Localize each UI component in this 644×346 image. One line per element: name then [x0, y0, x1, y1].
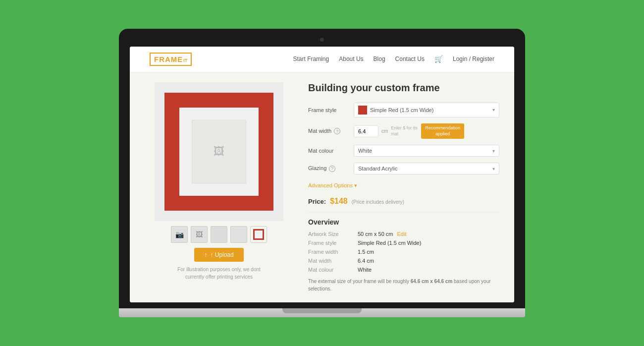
cart-icon[interactable]: 🛒 — [434, 55, 443, 63]
frame-style-select[interactable]: Simple Red (1.5 cm Wide) ▾ — [354, 103, 499, 117]
frame-style-label: Frame style — [308, 107, 348, 113]
recommendation-badge: Recommendation applied — [421, 123, 464, 139]
glazing-select[interactable]: Standard Acrylic ▾ — [354, 163, 499, 174]
illustration-text: For illustration purposes only, we dont … — [177, 266, 261, 281]
frame-image-area: 🖼 — [192, 120, 246, 183]
overview-mat-width-val: 6.4 cm — [358, 258, 374, 264]
nav-links: Start Framing About Us Blog Contact Us 🛒… — [293, 55, 494, 63]
chevron-down-icon: ▾ — [492, 148, 495, 154]
overview-mat-colour: Mat colour White — [308, 267, 499, 273]
browser-screen: FRAME IT Start Framing About Us Blog Con… — [130, 47, 514, 302]
recommendation-line2: applied — [425, 131, 460, 137]
upload-button[interactable]: ↑ ↑ Upload — [194, 248, 243, 262]
mat-width-label: Mat width ? — [308, 128, 348, 135]
frame-mat: 🖼 — [179, 108, 259, 196]
mat-width-input[interactable] — [354, 125, 378, 137]
mat-colour-label: Mat colour — [308, 148, 348, 154]
overview-frame-style: Frame style Simple Red (1.5 cm Wide) — [308, 240, 499, 246]
thumbnail-row: 📷 🖼 — [171, 226, 267, 243]
price-label: Price: — [308, 198, 326, 205]
overview-title: Overview — [308, 218, 499, 226]
overview-mat-colour-key: Mat colour — [308, 267, 358, 273]
overview-frame-width: Frame width 1.5 cm — [308, 249, 499, 255]
overview-frame-style-key: Frame style — [308, 240, 358, 246]
logo[interactable]: FRAME IT — [150, 53, 192, 66]
chevron-down-icon: ▾ — [492, 166, 495, 172]
thumb-1[interactable]: 📷 — [171, 226, 188, 243]
price-amount: $148 — [330, 197, 348, 206]
enter-hint: Enter $ for its mat — [391, 125, 418, 137]
chevron-down-icon: ▾ — [492, 107, 495, 113]
frame-preview-panel: 🖼 📷 🖼 — [145, 82, 293, 292]
nav-blog[interactable]: Blog — [374, 56, 385, 62]
thumb-3[interactable] — [211, 226, 227, 243]
frame-canvas: 🖼 — [155, 82, 283, 221]
overview-artwork-size: Artwork Size 50 cm x 50 cm Edit — [308, 231, 499, 237]
laptop-base — [119, 308, 525, 317]
frame-style-swatch — [358, 106, 367, 115]
logo-box: FRAME IT — [150, 53, 192, 66]
page-title: Building your custom frame — [308, 82, 499, 94]
upload-label: ↑ Upload — [210, 251, 233, 258]
overview-frame-width-val: 1.5 cm — [358, 249, 374, 255]
edit-artwork-link[interactable]: Edit — [397, 231, 407, 237]
glazing-help-icon[interactable]: ? — [329, 166, 335, 172]
screen-bezel: FRAME IT Start Framing About Us Blog Con… — [119, 29, 525, 308]
mat-width-group: cm Enter $ for its mat Recommendation ap… — [354, 123, 499, 139]
glazing-label: Glazing ? — [308, 165, 348, 172]
thumb-2[interactable]: 🖼 — [191, 226, 208, 243]
external-size-note: The external size of your frame will be … — [308, 278, 499, 292]
overview-mat-colour-val: White — [358, 267, 372, 273]
upload-icon: ↑ — [204, 251, 207, 258]
nav-contact-us[interactable]: Contact Us — [395, 56, 425, 62]
mat-width-row: Mat width ? cm Enter $ for its mat Recom… — [308, 123, 499, 139]
frame-style-value: Simple Red (1.5 cm Wide) — [370, 107, 433, 113]
thumb-red-frame[interactable] — [250, 226, 267, 243]
thumb-4[interactable] — [230, 226, 247, 243]
thumb-inner — [253, 229, 264, 240]
glazing-value: Standard Acrylic — [358, 166, 397, 172]
logo-frame-text: FRAME — [154, 55, 183, 63]
recommendation-line1: Recommendation — [425, 125, 460, 131]
frame-form-panel: Building your custom frame Frame style S… — [308, 82, 499, 292]
frame-style-row: Frame style Simple Red (1.5 cm Wide) ▾ — [308, 103, 499, 117]
site-navigation: FRAME IT Start Framing About Us Blog Con… — [130, 47, 514, 72]
mat-width-help-icon[interactable]: ? — [334, 128, 340, 134]
overview-mat-width-key: Mat width — [308, 258, 358, 264]
image-placeholder-icon: 🖼 — [214, 145, 224, 158]
frame-red-outer: 🖼 — [164, 93, 273, 211]
logo-it-text: IT — [183, 58, 187, 63]
nav-start-framing[interactable]: Start Framing — [293, 56, 329, 62]
price-note: (Price includes delivery) — [352, 199, 404, 205]
mat-colour-select[interactable]: White ▾ — [354, 145, 499, 157]
main-content: 🖼 📷 🖼 — [130, 72, 514, 302]
overview-mat-width: Mat width 6.4 cm — [308, 258, 499, 264]
nav-about-us[interactable]: About Us — [339, 56, 363, 62]
advanced-options-link[interactable]: Advanced Options ▾ — [308, 182, 357, 189]
divider — [308, 212, 499, 212]
artwork-size-key: Artwork Size — [308, 231, 358, 237]
price-row: Price: $148 (Price includes delivery) — [308, 197, 499, 206]
mat-colour-row: Mat colour White ▾ — [308, 145, 499, 157]
mat-colour-value: White — [358, 148, 372, 154]
laptop-container: FRAME IT Start Framing About Us Blog Con… — [119, 29, 525, 317]
mat-width-unit: cm — [381, 128, 388, 134]
nav-login-register[interactable]: Login / Register — [453, 56, 494, 62]
artwork-size-val: 50 cm x 50 cm — [358, 231, 393, 237]
overview-frame-style-val: Simple Red (1.5 cm Wide) — [358, 240, 421, 246]
glazing-row: Glazing ? Standard Acrylic ▾ — [308, 163, 499, 174]
webcam — [320, 38, 324, 42]
overview-frame-width-key: Frame width — [308, 249, 358, 255]
